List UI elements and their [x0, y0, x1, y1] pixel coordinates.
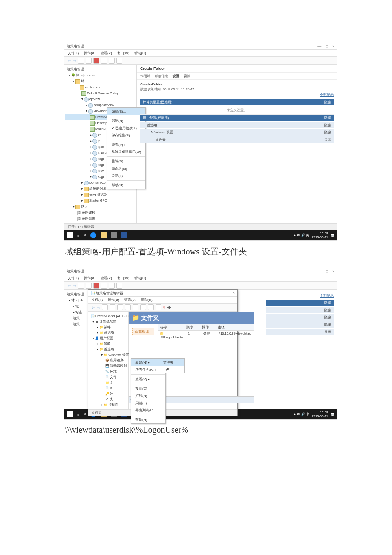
tree-short[interactable]: ↗ 快: [89, 396, 127, 402]
menu-help[interactable]: 帮助(H): [134, 51, 146, 55]
tb-btn-2[interactable]: [86, 58, 92, 64]
tb-btn[interactable]: [109, 283, 115, 289]
tb-btn[interactable]: [156, 304, 161, 310]
gpme-menubar[interactable]: 文件(F) 操作(A) 查看(V) 帮助(H): [88, 297, 237, 304]
menubar[interactable]: 文件(F) 操作(A) 查看(V) 窗口(W) 帮助(H): [64, 50, 337, 57]
menu-help[interactable]: 帮助(H): [141, 298, 153, 302]
ctx-print[interactable]: 打印(N): [131, 392, 165, 399]
tab-details[interactable]: 详细信息: [155, 74, 168, 78]
col-path[interactable]: 路径: [216, 324, 254, 330]
tree-root[interactable]: 📑 Create-Folder [AD.CJC.BNU.C: [89, 313, 127, 319]
gpme-window[interactable]: 📑 组策略管理编辑器 —□× 文件(F) 操作(A) 查看(V) 帮助(H) ⇦…: [88, 289, 238, 416]
tb-btn-5[interactable]: [116, 58, 122, 64]
fwd-icon[interactable]: ⇨: [73, 283, 76, 288]
row[interactable]: 隐藏: [266, 321, 334, 328]
row[interactable]: 显示: [266, 329, 334, 335]
toolbar-2[interactable]: ⇦ ⇨: [64, 282, 337, 290]
menu-window[interactable]: 窗口(W): [117, 51, 130, 55]
search-icon[interactable]: ⌕: [77, 234, 79, 237]
tree-apps[interactable]: 📦 应用程序: [89, 358, 127, 363]
min-icon[interactable]: —: [317, 269, 321, 274]
tree-prefs2[interactable]: ▾ 📁 首选项: [89, 347, 127, 352]
tree-gpm[interactable]: 组策: [65, 315, 89, 321]
menu-file[interactable]: 文件(F): [68, 51, 79, 55]
tree-files[interactable]: 📄 文件: [89, 374, 127, 380]
row-preferences[interactable]: 首选项隐藏: [140, 122, 334, 128]
tree-starter[interactable]: ▸ Starter GPO: [65, 198, 135, 204]
max-icon[interactable]: □: [226, 291, 228, 295]
tree-root[interactable]: 组策略管理: [65, 66, 135, 72]
tb-btn[interactable]: [101, 283, 107, 289]
notification-icon[interactable]: 💬: [331, 234, 334, 237]
menu-action[interactable]: 操作(A): [108, 298, 119, 302]
tb-btn-3[interactable]: [101, 58, 107, 64]
tree-policies2[interactable]: ▸ 📁 策略: [89, 341, 127, 347]
tree-folders[interactable]: 📁 文: [89, 380, 127, 385]
tree-ddp[interactable]: Default Domain Policy: [65, 90, 135, 96]
explorer-icon[interactable]: [101, 232, 107, 238]
sub-folder[interactable]: 文件夹: [159, 359, 184, 366]
min-icon[interactable]: —: [218, 291, 222, 295]
taskbar[interactable]: ⌕ ⧉ ▴ 🖥 🔊 英 13:082019-05-11 💬: [64, 230, 337, 240]
max-icon[interactable]: □: [326, 44, 328, 49]
tree-drivemap[interactable]: 💾 驱动器映射: [89, 363, 127, 369]
tb-delete-icon[interactable]: [93, 283, 99, 289]
tb-btn[interactable]: [117, 304, 123, 310]
menu-view[interactable]: 查看(V): [124, 298, 136, 302]
row-user-config[interactable]: 用户配置(已启用)隐藏: [140, 115, 334, 121]
tree-gpm2[interactable]: 组策: [65, 321, 89, 327]
search-icon[interactable]: ⌕: [77, 413, 79, 416]
row[interactable]: 隐藏: [266, 307, 334, 313]
max-icon[interactable]: □: [326, 269, 328, 274]
menu-window[interactable]: 窗口(W): [117, 276, 130, 280]
tree-sites[interactable]: ▸ 站点: [65, 204, 135, 210]
tb-delete-icon[interactable]: [93, 58, 99, 64]
tree-domains[interactable]: ▾ 域: [65, 78, 135, 84]
tree-reg[interactable]: 🔑 注: [89, 391, 127, 396]
ctx-refresh[interactable]: 刷新(F): [131, 399, 165, 407]
tb-btn[interactable]: [102, 304, 108, 310]
go-icon[interactable]: ➕: [167, 306, 171, 309]
min-icon[interactable]: —: [317, 44, 321, 49]
tb-btn[interactable]: [133, 304, 138, 310]
start-icon[interactable]: [67, 232, 73, 238]
tree-wmi[interactable]: ▸ WMI 筛选器: [65, 192, 135, 198]
menu-help[interactable]: 帮助(H): [134, 276, 146, 280]
sub-other[interactable]: ...(B): [159, 366, 184, 373]
menu-view[interactable]: 查看(V): [101, 276, 112, 280]
tree-ini[interactable]: 📄 In: [89, 385, 127, 391]
row-windows-settings[interactable]: Windows 设置隐藏: [140, 129, 334, 136]
tree-root[interactable]: 组策略管理: [65, 292, 89, 298]
gpme-toolbar[interactable]: ⇦ ⇨ ⦸ ➕: [88, 304, 237, 312]
tab-settings[interactable]: 设置: [173, 74, 179, 78]
tab-scope[interactable]: 作用域: [140, 74, 150, 78]
tray-icons[interactable]: ▴ 🖥 🔊 中: [294, 412, 309, 416]
tree-winset[interactable]: ▾ 📁 Windows 设置: [89, 352, 127, 358]
tree-policies[interactable]: ▸ 📁 策略: [89, 324, 127, 330]
close-icon[interactable]: ×: [332, 44, 334, 49]
notification-icon[interactable]: 💬: [331, 413, 334, 416]
ctx-view[interactable]: 查看(V) ▸: [131, 376, 165, 383]
mmc-icon[interactable]: [111, 232, 117, 238]
outer-tree[interactable]: 组策略管理 ▾ 林: cjc.b ▾ 域 ▸ 站点 组策 组策: [64, 290, 90, 409]
tb-btn[interactable]: [86, 283, 92, 289]
folder-row[interactable]: 📁 %LogonUser% 1 处理 \\10.10.0.89\viewdata…: [158, 331, 254, 340]
col-op[interactable]: 操作: [200, 324, 216, 330]
row[interactable]: 隐藏: [266, 300, 334, 306]
menu-action[interactable]: 操作(A): [84, 276, 95, 280]
back-icon[interactable]: ⇦: [92, 305, 95, 310]
close-icon[interactable]: ×: [332, 269, 334, 274]
tb-btn-1[interactable]: [78, 58, 84, 64]
col-name[interactable]: 名称: [158, 324, 184, 330]
tab-delegation[interactable]: 委派: [184, 74, 190, 78]
col-order[interactable]: 顺序: [184, 324, 200, 330]
tb-btn[interactable]: [110, 304, 115, 310]
gpme-tree[interactable]: 📑 Create-Folder [AD.CJC.BNU.C ▾ 🖥 计算机配置 …: [88, 312, 129, 409]
link-show-all[interactable]: 全部显示: [140, 92, 334, 97]
tb-btn-4[interactable]: [109, 58, 115, 64]
tb-btn[interactable]: [125, 304, 131, 310]
taskview-icon[interactable]: ⧉: [84, 233, 86, 237]
tb-btn[interactable]: [140, 304, 146, 310]
clock[interactable]: 13:082019-05-11: [312, 231, 328, 239]
tb-btn[interactable]: [116, 283, 122, 289]
